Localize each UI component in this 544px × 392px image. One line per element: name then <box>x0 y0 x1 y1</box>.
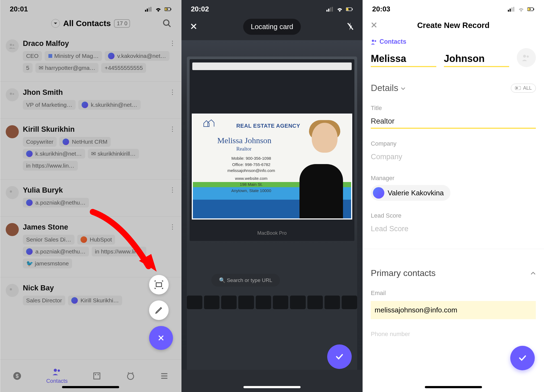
svg-rect-16 <box>156 283 162 287</box>
contacts-icon <box>52 368 61 377</box>
first-name-input[interactable]: Melissa <box>371 53 436 67</box>
email-input[interactable]: melissajohnson@info.com <box>371 301 536 319</box>
nav-deals[interactable]: $ <box>13 371 22 381</box>
avatar-placeholder[interactable] <box>517 48 536 67</box>
svg-text:$: $ <box>16 373 18 379</box>
battery-charging-icon <box>165 6 172 12</box>
twitter-chip: 🐦 jamesmstone <box>23 259 72 268</box>
row-more-button[interactable]: ⋮ <box>169 39 176 47</box>
chevron-down-icon <box>401 86 406 91</box>
business-card: REAL ESTATE AGENCY Melissa Johnson Realt… <box>193 115 351 218</box>
laptop-label: MacBook Pro <box>257 230 287 236</box>
view-dropdown[interactable] <box>51 19 60 28</box>
role-chip: Copywriter <box>23 137 57 147</box>
svg-rect-5 <box>171 8 171 10</box>
nav-menu[interactable] <box>160 371 169 381</box>
status-bar: 20:01 <box>0 0 181 16</box>
svg-rect-21 <box>94 373 100 379</box>
contact-row[interactable]: Yulia Buryk a.pozniak@nethu… ⋮ <box>0 180 181 217</box>
owner-chip: a.pozniak@nethu… <box>23 247 89 256</box>
close-form-button[interactable] <box>370 21 378 30</box>
svg-rect-22 <box>95 374 96 375</box>
all-fields-toggle[interactable]: ALL <box>511 84 536 93</box>
pencil-icon <box>155 306 163 314</box>
save-record-button[interactable] <box>510 346 535 370</box>
row-more-button[interactable]: ⋮ <box>169 223 176 231</box>
close-fab-button[interactable] <box>149 326 173 350</box>
people-icon <box>371 39 377 45</box>
contact-name: Kirill Skurikhin <box>23 125 176 134</box>
company-input[interactable] <box>371 150 536 163</box>
card-logo <box>201 118 215 128</box>
page-title: Create New Record <box>417 21 490 30</box>
close-icon <box>190 22 198 30</box>
svg-rect-3 <box>150 7 151 11</box>
flash-toggle-button[interactable] <box>346 22 354 32</box>
contact-row[interactable]: Jhon Smith VP of Marketing… k.skurikhin@… <box>0 82 181 119</box>
cellular-icon <box>508 6 515 12</box>
svg-rect-0 <box>145 10 146 11</box>
svg-rect-1 <box>147 8 148 11</box>
people-icon <box>522 54 531 61</box>
close-icon <box>370 21 378 29</box>
contact-row[interactable]: Kirill Skurikhin Copywriter NetHunt CRM … <box>0 119 181 180</box>
card-name: Melissa Johnson <box>217 136 271 145</box>
svg-point-40 <box>372 40 374 42</box>
capture-confirm-button[interactable] <box>327 344 352 369</box>
check-icon <box>518 353 527 363</box>
contact-name: Yulia Buryk <box>23 186 176 195</box>
browser-search: 🔍 Search or type URL <box>211 274 280 287</box>
chevron-down-icon <box>53 21 58 26</box>
close-icon <box>157 334 165 342</box>
details-section-header[interactable]: Details ALL <box>371 83 536 93</box>
contact-name: Jhon Smith <box>23 88 176 97</box>
row-more-button[interactable]: ⋮ <box>169 186 176 194</box>
count-chip: 5 <box>23 63 33 73</box>
building-icon <box>48 54 53 58</box>
battery-charging-icon <box>346 6 353 12</box>
scan-card-screen: 20:02 Locating card REAL ESTATE AGE <box>181 0 363 392</box>
title-input[interactable]: Realtor <box>371 115 536 129</box>
avatar <box>6 39 19 52</box>
field-label-company: Company <box>371 140 536 147</box>
camera-viewport: REAL ESTATE AGENCY Melissa Johnson Realt… <box>181 40 363 370</box>
lead-score-input[interactable] <box>371 222 536 235</box>
people-icon <box>9 190 16 195</box>
svg-line-8 <box>168 24 171 27</box>
svg-rect-34 <box>509 8 511 11</box>
manager-avatar <box>373 187 384 199</box>
cellular-icon <box>326 6 333 12</box>
svg-point-45 <box>516 87 518 89</box>
field-label-leadscore: Lead Score <box>371 212 536 219</box>
nav-companies[interactable] <box>92 371 101 381</box>
card-role: Realtor <box>236 146 252 152</box>
close-camera-button[interactable] <box>190 22 198 32</box>
create-manual-button[interactable] <box>149 300 169 320</box>
battery-charging-icon <box>527 6 534 12</box>
scan-card-button[interactable] <box>149 275 169 294</box>
camera-header: Locating card <box>181 16 363 40</box>
svg-rect-11 <box>48 54 52 58</box>
status-icons <box>326 6 353 12</box>
nav-tasks[interactable] <box>126 371 135 381</box>
svg-point-12 <box>10 93 12 95</box>
row-more-button[interactable]: ⋮ <box>169 88 176 96</box>
row-more-button[interactable]: ⋮ <box>169 125 176 133</box>
svg-rect-35 <box>511 7 512 11</box>
svg-point-19 <box>54 369 57 372</box>
avatar <box>6 88 19 101</box>
role-chip: VP of Marketing… <box>23 100 76 110</box>
svg-point-15 <box>10 288 12 290</box>
last-name-input[interactable]: Johnson <box>444 53 509 67</box>
primary-contacts-header[interactable]: Primary contacts <box>371 268 536 278</box>
contact-row[interactable]: James Stone Senior Sales Di… HubSpot a.p… <box>0 217 181 277</box>
owner-chip: v.kakovkina@net… <box>105 51 169 61</box>
svg-point-14 <box>10 190 12 193</box>
svg-rect-30 <box>352 8 353 10</box>
contacts-list-screen: 20:01 All Contacts 17 0 Draco Malfoy CEO… <box>0 0 181 392</box>
contact-row[interactable]: Draco Malfoy CEO Ministry of Mag… v.kako… <box>0 33 181 82</box>
search-button[interactable] <box>162 19 172 29</box>
manager-pill[interactable]: Valerie Kakovkina <box>371 185 450 201</box>
toggle-icon <box>515 86 521 90</box>
nav-contacts[interactable]: Contacts <box>46 368 68 384</box>
